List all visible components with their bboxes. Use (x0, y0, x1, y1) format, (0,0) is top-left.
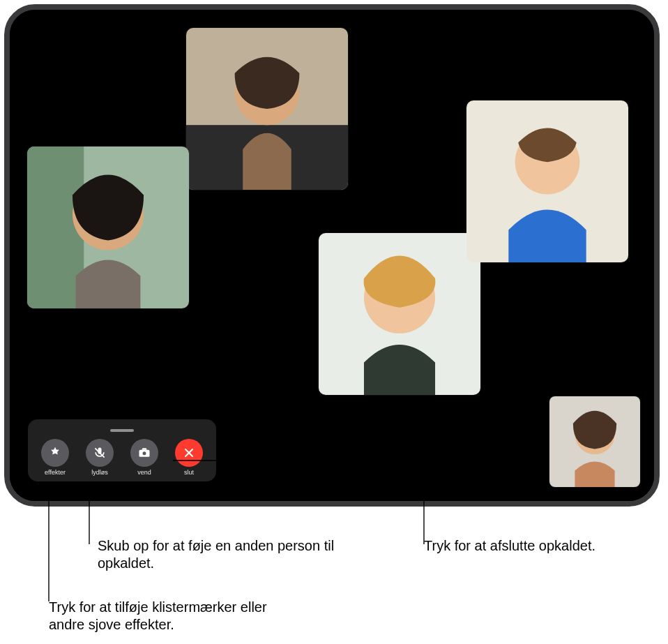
mic-slash-icon (93, 446, 107, 460)
facetime-screen: effekter lydløs (10, 10, 654, 501)
effects-label: effekter (45, 470, 66, 476)
participant-avatar (27, 147, 189, 308)
callout-effects: Tryk for at tilføje klistermærker eller … (49, 599, 286, 634)
flip-camera-button[interactable]: vend (128, 439, 161, 476)
ipad-frame: effekter lydløs (4, 4, 660, 507)
participant-tile[interactable] (27, 147, 189, 308)
participant-avatar (186, 28, 348, 190)
end-call-button[interactable]: slut (172, 439, 206, 476)
participant-tile[interactable] (186, 28, 348, 190)
participant-avatar (319, 233, 480, 395)
effects-button[interactable]: effekter (38, 439, 72, 476)
callout-end-call: Tryk for at afslutte opkaldet. (424, 537, 595, 555)
self-view-tile[interactable] (549, 396, 640, 487)
participant-tile[interactable] (319, 233, 480, 395)
flip-label: vend (137, 470, 151, 476)
drag-handle[interactable] (110, 429, 134, 432)
end-label: slut (184, 470, 194, 476)
callout-add-person: Skub op for at føje en anden person til … (98, 537, 335, 572)
controls-row: effekter lydløs (38, 439, 206, 476)
star-swirl-icon (48, 446, 62, 460)
participant-tile[interactable] (466, 100, 628, 262)
mute-label: lydløs (91, 470, 108, 476)
mute-button[interactable]: lydløs (83, 439, 116, 476)
self-avatar (549, 396, 640, 487)
participant-avatar (466, 100, 628, 262)
camera-flip-icon (137, 446, 151, 460)
x-icon (182, 446, 196, 460)
call-controls-panel[interactable]: effekter lydløs (28, 419, 216, 481)
